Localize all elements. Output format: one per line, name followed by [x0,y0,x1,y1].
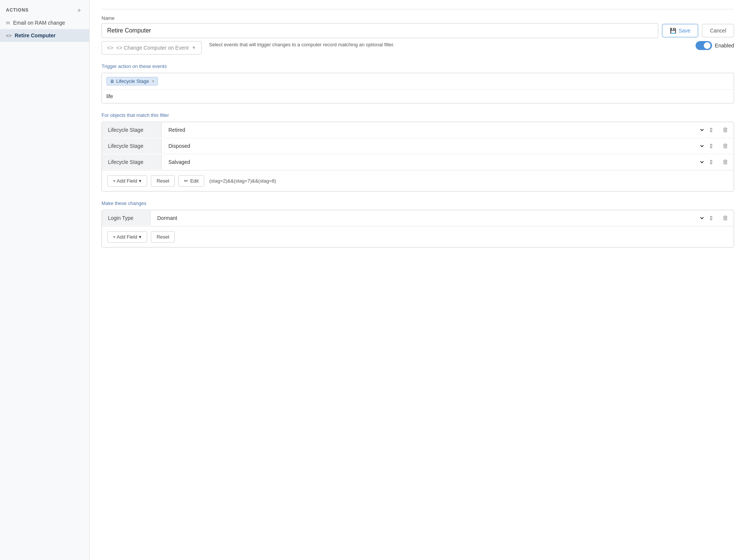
change-add-field-label: + Add Field [113,234,137,240]
sort-icon: ⇕ [705,143,717,150]
change-actions-row: + Add Field ▾ Reset [102,226,734,247]
filter-row: Lifecycle Stage Disposed Retired Salvage… [102,138,734,154]
action-type-label: <> Change Computer on Event [116,45,189,51]
enabled-toggle-wrap: Enabled [696,41,734,50]
change-value-select-1[interactable]: Dormant Active Retired [150,210,705,226]
tag-computer-icon: 🖥 [110,79,114,84]
change-reset-label: Reset [156,234,169,240]
action-type-code-icon: <> [107,45,113,51]
filter-value-select-1[interactable]: Retired Disposed Salvaged Active [162,122,705,138]
change-row: Login Type Dormant Active Retired ⇕ 🗑 [102,210,734,226]
filter-value-select-3[interactable]: Salvaged Retired Disposed Active [162,154,705,170]
save-button[interactable]: 💾 Save [662,24,698,37]
change-reset-button[interactable]: Reset [151,231,175,243]
events-search-input[interactable] [102,90,734,103]
filter-edit-button[interactable]: ✏ Edit [178,175,204,187]
event-tag-remove-button[interactable]: × [152,78,155,84]
filter-section: For objects that match this filter Lifec… [102,112,734,192]
sidebar-item-email-on-ram-change[interactable]: ✉ Email on RAM change [0,16,89,29]
sidebar-title: ACTIONS [6,7,29,13]
name-input[interactable] [102,23,658,38]
filter-field-label: Lifecycle Stage [102,122,162,137]
events-box: 🖥 Lifecycle Stage × [102,73,734,103]
filter-reset-label: Reset [156,178,169,184]
sidebar: ACTIONS ＋ ✉ Email on RAM change <> Retir… [0,0,90,560]
sort-icon: ⇕ [705,127,717,134]
filter-row: Lifecycle Stage Retired Disposed Salvage… [102,122,734,138]
filter-add-field-button[interactable]: + Add Field ▾ [107,175,147,187]
pencil-icon: ✏ [184,178,188,184]
enabled-toggle[interactable] [696,41,712,50]
save-icon: 💾 [670,28,676,34]
dropdown-chevron-icon: ▾ [139,234,142,240]
filter-value-select-2[interactable]: Disposed Retired Salvaged Active [162,138,705,154]
sidebar-item-label: Email on RAM change [13,20,65,26]
filter-formula: (stag=2)&&(stag=7)&&(stag=8) [209,178,276,184]
name-block: Name 💾 Save Cancel [102,15,734,38]
filter-delete-button-1[interactable]: 🗑 [717,123,734,137]
filter-box: Lifecycle Stage Retired Disposed Salvage… [102,122,734,192]
filter-section-label: For objects that match this filter [102,112,734,118]
action-type-dropdown[interactable]: <> <> Change Computer on Event ▼ [102,41,202,55]
filter-field-label: Lifecycle Stage [102,155,162,169]
changes-box: Login Type Dormant Active Retired ⇕ 🗑 + … [102,210,734,248]
sidebar-header: ACTIONS ＋ [0,4,89,16]
add-action-button[interactable]: ＋ [75,7,83,13]
sidebar-item-retire-computer[interactable]: <> Retire Computer [0,29,89,42]
changes-section: Make these changes Login Type Dormant Ac… [102,200,734,248]
main-content: Name 💾 Save Cancel <> <> Change Computer… [90,0,746,560]
filter-delete-button-3[interactable]: 🗑 [717,155,734,169]
filter-edit-label: Edit [190,178,198,184]
change-add-field-button[interactable]: + Add Field ▾ [107,231,147,243]
code-icon: <> [6,33,12,38]
action-type-row: <> <> Change Computer on Event ▼ Select … [102,41,734,55]
filter-row: Lifecycle Stage Salvaged Retired Dispose… [102,154,734,170]
cancel-button[interactable]: Cancel [702,24,734,37]
save-label: Save [678,28,690,34]
filter-add-field-label: + Add Field [113,178,137,184]
trigger-section: Trigger action on these events 🖥 Lifecyc… [102,63,734,103]
filter-field-label: Lifecycle Stage [102,139,162,153]
enabled-label: Enabled [715,43,734,49]
action-type-description: Select events that will trigger changes … [209,41,688,49]
chevron-down-icon: ▼ [192,45,196,50]
change-delete-button-1[interactable]: 🗑 [717,211,734,225]
events-tags-row: 🖥 Lifecycle Stage × [102,73,734,90]
event-tag-lifecycle-stage: 🖥 Lifecycle Stage × [106,77,158,85]
changes-section-label: Make these changes [102,200,734,206]
filter-reset-button[interactable]: Reset [151,175,175,187]
sort-icon: ⇕ [705,159,717,166]
event-tag-label: Lifecycle Stage [116,78,149,84]
name-input-wrap [102,23,658,38]
toggle-slider [696,41,712,50]
change-field-label: Login Type [102,211,150,225]
email-icon: ✉ [6,20,10,26]
filter-actions-row: + Add Field ▾ Reset ✏ Edit (stag=2)&&(st… [102,170,734,191]
filter-delete-button-2[interactable]: 🗑 [717,139,734,153]
cancel-label: Cancel [710,28,726,34]
name-label: Name [102,15,734,21]
trigger-section-label: Trigger action on these events [102,63,734,69]
dropdown-chevron-icon: ▾ [139,178,142,184]
sort-icon: ⇕ [705,215,717,222]
sidebar-item-label: Retire Computer [15,32,56,38]
